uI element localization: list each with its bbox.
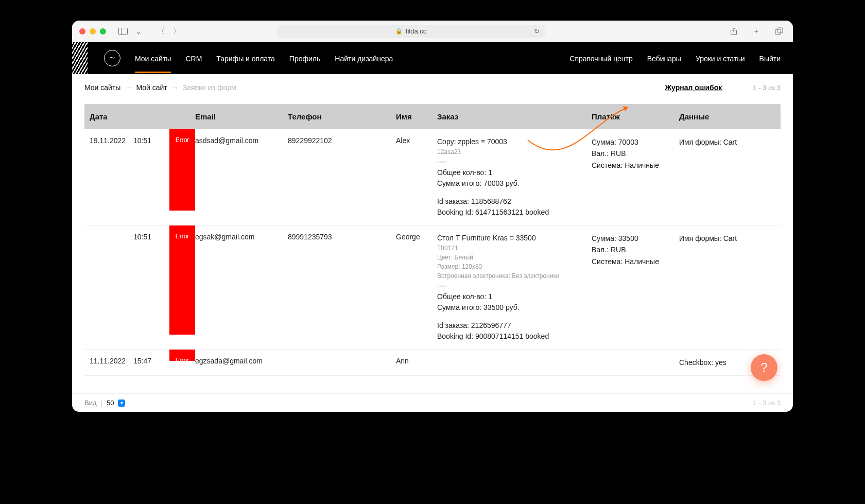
col-name: Имя <box>396 112 437 121</box>
sidebar-toggle-group: ⌄ <box>116 26 145 37</box>
view-label: Вид <box>84 399 97 407</box>
table-row[interactable]: 11.11.2022 15:47 Error egzsada@gmail.com… <box>84 350 781 376</box>
cell-data: Имя формы: Cart <box>679 136 756 148</box>
cell-name: George <box>396 233 437 241</box>
status-badge: Error <box>169 129 195 211</box>
results-range: 1 - 3 из 3 <box>753 84 781 92</box>
cell-email: egzsada@gmail.com <box>195 357 288 365</box>
cell-payment: Сумма: 70003 Вал.: RUB Система: Наличные <box>592 136 679 171</box>
cell-data: Checkbox: yes <box>679 357 756 368</box>
cell-time: 10:51 <box>133 233 169 241</box>
cell-data: Имя формы: Cart <box>679 233 756 244</box>
chevron-right-icon: → <box>171 83 179 92</box>
titlebar-right: ＋ <box>727 26 786 37</box>
address-bar[interactable]: 🔒 tilda.cc ↻ <box>277 25 545 38</box>
col-date: Дата <box>90 112 133 121</box>
new-tab-icon[interactable]: ＋ <box>750 26 763 37</box>
minimize-window[interactable] <box>90 28 96 34</box>
dropdown-icon[interactable]: ▾ <box>118 399 125 407</box>
cell-email: asdsad@gmail.com <box>195 136 288 145</box>
zoom-window[interactable] <box>100 28 106 34</box>
tilda-logo[interactable]: ~ <box>104 50 120 66</box>
leads-table: Дата Email Телефон Имя Заказ Платёж Данн… <box>72 99 793 393</box>
back-button[interactable]: 〈 <box>154 26 168 37</box>
col-data: Данные <box>679 112 756 121</box>
nav-profile[interactable]: Профиль <box>289 44 320 73</box>
nav-find-designer[interactable]: Найти дизайнера <box>335 44 393 73</box>
col-email: Email <box>195 112 288 121</box>
col-payment: Платёж <box>592 112 679 121</box>
table-row[interactable]: 10:51 Error egsak@gmail.com 89991235793 … <box>84 225 781 350</box>
svg-rect-0 <box>119 28 128 34</box>
nav-tariffs[interactable]: Тарифы и оплата <box>216 44 275 73</box>
lock-icon: 🔒 <box>395 28 403 34</box>
cell-time: 10:51 <box>133 136 169 145</box>
footer-range: 1 - 3 из 3 <box>753 399 781 407</box>
breadcrumb-leads: Заявки из форм <box>183 83 236 92</box>
forward-button[interactable]: 〉 <box>170 26 183 37</box>
nav-webinars[interactable]: Вебинары <box>647 44 681 73</box>
chevron-down-icon[interactable]: ⌄ <box>132 26 145 37</box>
cell-email: egsak@gmail.com <box>195 233 288 241</box>
breadcrumb-site[interactable]: Мой сайт <box>136 83 167 92</box>
nav-tutorials[interactable]: Уроки и статьи <box>696 44 745 73</box>
nav-help-center[interactable]: Справочный центр <box>569 44 632 73</box>
help-icon: ? <box>760 360 767 375</box>
nav-buttons: 〈 〉 <box>154 26 183 37</box>
url-host: tilda.cc <box>406 27 426 35</box>
svg-rect-3 <box>775 29 781 34</box>
cell-time: 15:47 <box>133 357 169 365</box>
error-log-link[interactable]: Журнал ошибок <box>665 83 722 92</box>
breadcrumb-root[interactable]: Мои сайты <box>84 83 120 92</box>
nav-crm[interactable]: CRM <box>185 44 202 73</box>
cell-order: Copy: zpples ≡ 70003 12asa23 ---- Общее … <box>437 136 592 218</box>
browser-window: ⌄ 〈 〉 🔒 tilda.cc ↻ ＋ ~ Мои сайты CRM Тар… <box>72 21 793 412</box>
help-button[interactable]: ? <box>751 354 777 381</box>
window-controls <box>79 28 106 34</box>
nav-my-sites[interactable]: Мои сайты <box>135 44 171 73</box>
cell-date: 11.11.2022 <box>90 357 133 365</box>
svg-rect-4 <box>777 28 783 33</box>
per-page-select[interactable]: 50 <box>107 399 114 407</box>
table-header: Дата Email Телефон Имя Заказ Платёж Данн… <box>84 104 781 129</box>
main-nav: ~ Мои сайты CRM Тарифы и оплата Профиль … <box>72 42 793 74</box>
close-window[interactable] <box>79 28 85 34</box>
status-badge: Error <box>169 225 195 335</box>
cell-name: Ann <box>396 357 437 365</box>
tabs-icon[interactable] <box>772 26 786 37</box>
table-footer: Вид | 50 ▾ 1 - 3 из 3 <box>72 393 793 412</box>
cell-order: Стол T Furniture Kras ≡ 33500 T00121 Цве… <box>437 233 592 342</box>
breadcrumb-row: Мои сайты → Мой сайт → Заявки из форм Жу… <box>72 74 793 99</box>
chevron-right-icon: → <box>125 83 132 92</box>
wave-decoration <box>72 42 88 74</box>
cell-phone: 89991235793 <box>288 233 396 241</box>
cell-date: 19.11.2022 <box>90 136 133 145</box>
nav-logout[interactable]: Выйти <box>759 44 781 73</box>
col-phone: Телефон <box>288 112 396 121</box>
browser-titlebar: ⌄ 〈 〉 🔒 tilda.cc ↻ ＋ <box>72 21 793 42</box>
col-order: Заказ <box>437 112 592 121</box>
reload-icon[interactable]: ↻ <box>534 27 540 35</box>
cell-payment: Сумма: 33500 Вал.: RUB Система: Наличные <box>592 233 679 267</box>
cell-phone: 89229922102 <box>288 136 396 145</box>
share-icon[interactable] <box>727 26 740 37</box>
table-row[interactable]: 19.11.2022 10:51 Error asdsad@gmail.com … <box>84 129 781 225</box>
sidebar-icon[interactable] <box>116 26 130 37</box>
cell-name: Alex <box>396 136 437 145</box>
status-badge: Error <box>169 350 195 361</box>
